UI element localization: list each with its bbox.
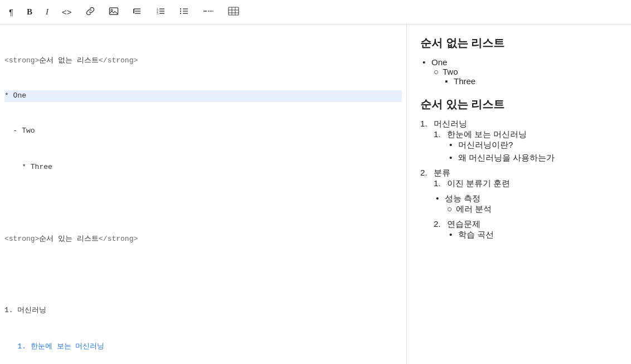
bold-icon: B xyxy=(27,7,32,17)
list-item: 왜 머신러닝을 사용하는가 xyxy=(447,153,618,163)
table-button[interactable] xyxy=(226,5,241,19)
main-content: <strong>순서 없는 리스트</strong> * One - Two *… xyxy=(0,25,631,364)
list-item: 학습 곡선 xyxy=(447,230,618,240)
svg-rect-0 xyxy=(109,8,118,14)
bold-button[interactable]: B xyxy=(25,6,35,18)
blockquote-icon xyxy=(132,6,142,18)
horizontal-rule-icon xyxy=(202,6,215,18)
unordered-list-icon xyxy=(179,6,189,18)
editor-line-8: 1. 머신러닝 xyxy=(4,304,402,317)
preview-unordered-list: One Two Three xyxy=(420,57,618,86)
svg-point-15 xyxy=(179,8,181,9)
list-item: One Two Three xyxy=(420,57,618,86)
svg-point-1 xyxy=(111,9,113,11)
editor-pane[interactable]: <strong>순서 없는 리스트</strong> * One - Two *… xyxy=(0,25,407,364)
italic-icon: I xyxy=(46,7,48,17)
editor-line-9: 1. 한눈에 보는 머신러닝 xyxy=(4,341,402,353)
preview-ordered-list: 머신러닝 한눈에 보는 머신러닝 머신러닝이란? 왜 머신러닝을 사용하는가 분… xyxy=(420,119,618,240)
ordered-list-button[interactable]: 1. 2. 3. xyxy=(153,5,168,19)
preview-sublist-3: 학습 곡선 xyxy=(447,230,618,240)
svg-rect-20 xyxy=(229,7,239,15)
preview-ordered-sub-unordered: 머신러닝이란? 왜 머신러닝을 사용하는가 xyxy=(447,140,618,163)
preview-unordered-sublist-2: Three xyxy=(443,76,618,86)
list-item: 머신러닝이란? xyxy=(447,140,618,151)
list-item: Three xyxy=(443,76,618,86)
list-item: 이진 분류기 훈련 xyxy=(434,178,618,189)
preview-section1-title: 순서 없는 리스트 xyxy=(420,36,618,51)
editor-line-5 xyxy=(4,197,402,210)
toolbar: ¶ B I <> xyxy=(0,0,631,25)
preview-ordered-sublist-3: 연습문제 학습 곡선 xyxy=(434,219,618,240)
editor-line-7 xyxy=(4,269,402,282)
svg-point-16 xyxy=(179,11,181,12)
code-button[interactable]: <> xyxy=(60,6,74,18)
editor-line-4: * Three xyxy=(4,161,402,174)
list-item: Two Three xyxy=(431,67,618,86)
list-item: 연습문제 학습 곡선 xyxy=(434,219,618,240)
italic-button[interactable]: I xyxy=(43,6,51,18)
image-icon xyxy=(109,6,119,18)
list-item: 한눈에 보는 머신러닝 머신러닝이란? 왜 머신러닝을 사용하는가 xyxy=(434,129,618,163)
svg-point-17 xyxy=(179,13,181,14)
link-button[interactable] xyxy=(83,5,98,19)
list-item: 머신러닝 한눈에 보는 머신러닝 머신러닝이란? 왜 머신러닝을 사용하는가 xyxy=(420,119,618,163)
unordered-list-button[interactable] xyxy=(177,5,191,19)
paragraph-icon: ¶ xyxy=(9,7,13,17)
image-button[interactable] xyxy=(106,5,121,19)
preview-mixed-sublist: 에러 분석 xyxy=(445,204,618,215)
editor-line-3: - Two xyxy=(4,125,402,138)
list-item: 분류 이진 분류기 훈련 성능 측정 에러 분석 xyxy=(420,168,618,240)
editor-line-1: <strong>순서 없는 리스트</strong> xyxy=(4,55,402,67)
preview-section2-title: 순서 있는 리스트 xyxy=(420,97,618,112)
table-icon xyxy=(228,6,239,18)
list-item: 에러 분석 xyxy=(445,204,618,215)
list-item: 성능 측정 에러 분석 xyxy=(434,193,618,215)
code-icon: <> xyxy=(62,7,72,17)
blockquote-button[interactable] xyxy=(130,5,144,19)
preview-unordered-sublist-1: Two Three xyxy=(431,67,618,86)
preview-ordered-sublist-1: 한눈에 보는 머신러닝 머신러닝이란? 왜 머신러닝을 사용하는가 xyxy=(434,129,618,163)
link-icon xyxy=(85,6,95,18)
preview-pane: 순서 없는 리스트 One Two Three 순서 있는 리스트 xyxy=(407,25,631,364)
preview-ordered-sublist-2: 이진 분류기 훈련 xyxy=(434,178,618,189)
horizontal-rule-button[interactable] xyxy=(200,5,217,19)
ordered-list-icon: 1. 2. 3. xyxy=(156,6,166,18)
svg-text:3.: 3. xyxy=(157,12,159,15)
editor-line-6: <strong>순서 있는 리스트</strong> xyxy=(4,233,402,246)
preview-mixed-list: 성능 측정 에러 분석 xyxy=(434,193,618,215)
editor-line-2: * One xyxy=(4,90,402,102)
paragraph-button[interactable]: ¶ xyxy=(7,6,16,18)
